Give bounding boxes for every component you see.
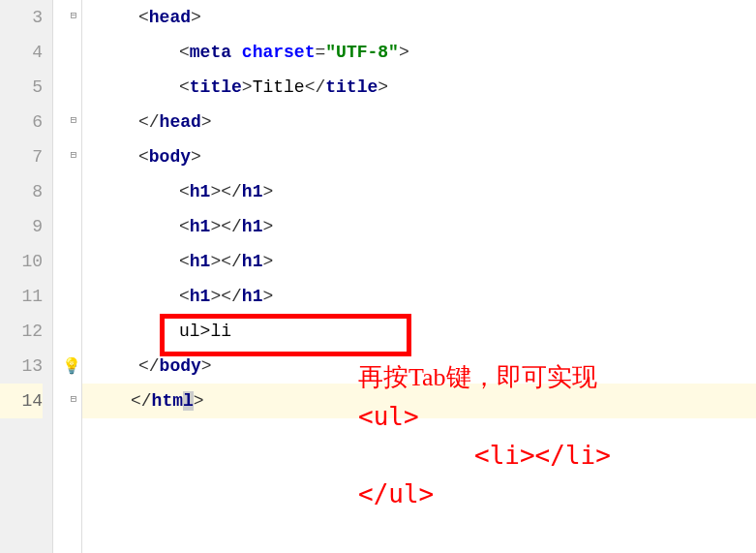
code-line[interactable]: <h1></h1>: [82, 209, 756, 244]
annotation-line: 再按Tab键，即可实现: [358, 358, 611, 397]
line-number: 11: [0, 279, 43, 314]
code-line[interactable]: <body>: [82, 139, 756, 174]
line-number: 8: [0, 174, 43, 209]
line-number: 4: [0, 35, 43, 70]
line-number: 6: [0, 105, 43, 139]
code-line-emmet[interactable]: ul>li: [82, 314, 756, 349]
fold-close-icon[interactable]: ⊟: [68, 393, 79, 405]
line-number-gutter: 3 4 5 6 7 8 9 10 11 12 13 14: [0, 0, 53, 553]
line-number: 13: [0, 349, 43, 384]
line-number-current: 14: [0, 384, 43, 418]
line-number: 10: [0, 244, 43, 279]
fold-close-icon[interactable]: ⊟: [68, 114, 79, 126]
code-line[interactable]: <meta charset="UTF-8">: [82, 35, 756, 70]
line-number: 9: [0, 209, 43, 244]
code-line[interactable]: <title>Title</title>: [82, 70, 756, 105]
line-number: 5: [0, 70, 43, 105]
line-number: 3: [0, 0, 43, 35]
annotation-text: 再按Tab键，即可实现 <ul> <li></li> </ul>: [358, 358, 611, 513]
fold-open-icon[interactable]: ⊟: [68, 10, 79, 21]
fold-marker-column: ⊟ ⊟ ⊟ ⊟💡 ⊟: [53, 0, 82, 553]
code-line[interactable]: <h1></h1>: [82, 279, 756, 314]
lightbulb-icon[interactable]: 💡: [62, 356, 81, 376]
fold-open-icon[interactable]: ⊟: [68, 149, 79, 161]
code-line[interactable]: <h1></h1>: [82, 244, 756, 279]
annotation-line: <li></li>: [358, 436, 611, 475]
code-line[interactable]: <head>: [82, 0, 756, 35]
line-number: 12: [0, 314, 43, 349]
code-line[interactable]: </head>: [82, 105, 756, 139]
line-number: 7: [0, 139, 43, 174]
annotation-line: </ul>: [358, 475, 611, 513]
code-line[interactable]: <h1></h1>: [82, 174, 756, 209]
annotation-line: <ul>: [358, 397, 611, 436]
